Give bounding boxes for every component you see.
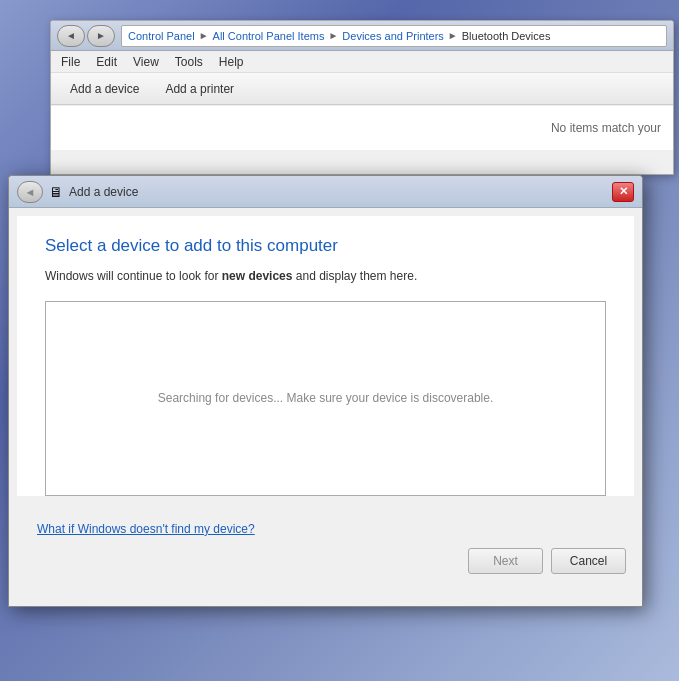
subtext-bold: new devices [222, 269, 293, 283]
cancel-button[interactable]: Cancel [551, 548, 626, 574]
next-button[interactable]: Next [468, 548, 543, 574]
device-icon: 🖥 [49, 184, 63, 200]
dialog-heading: Select a device to add to this computer [45, 236, 606, 256]
dialog-content: Select a device to add to this computer … [17, 216, 634, 496]
search-status-sub: Make sure your device is discoverable. [283, 391, 493, 405]
search-status-main: Searching for devices... [158, 391, 283, 405]
dialog-title-left: ◄ 🖥 Add a device [17, 181, 138, 203]
device-search-area: Searching for devices... Make sure your … [45, 301, 606, 496]
add-device-dialog: ◄ 🖥 Add a device ✕ Select a device to ad… [8, 175, 643, 607]
subtext-suffix: and display them here. [292, 269, 417, 283]
dialog-back-button[interactable]: ◄ [17, 181, 43, 203]
search-status: Searching for devices... Make sure your … [158, 391, 494, 405]
help-link[interactable]: What if Windows doesn't find my device? [37, 522, 255, 536]
modal-overlay: ◄ 🖥 Add a device ✕ Select a device to ad… [0, 0, 679, 681]
dialog-title: Add a device [69, 185, 138, 199]
dialog-buttons: Next Cancel [9, 536, 642, 590]
dialog-titlebar: ◄ 🖥 Add a device ✕ [9, 176, 642, 208]
subtext-prefix: Windows will continue to look for [45, 269, 222, 283]
close-button[interactable]: ✕ [612, 182, 634, 202]
dialog-outer-body: Select a device to add to this computer … [9, 216, 642, 606]
help-link-container: What if Windows doesn't find my device? [9, 512, 642, 536]
dialog-subtext: Windows will continue to look for new de… [45, 268, 606, 285]
